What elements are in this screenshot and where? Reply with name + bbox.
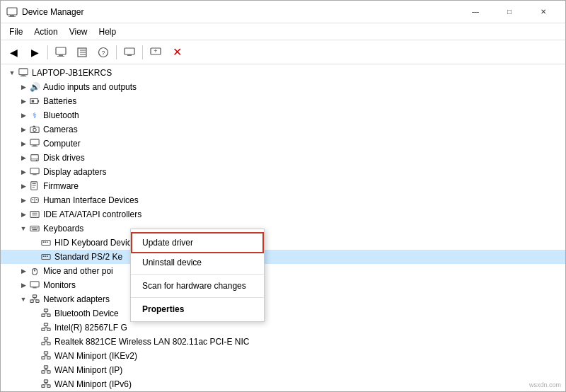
wan-ip-icon	[40, 364, 52, 376]
keyboards-label: Keyboards	[43, 224, 83, 234]
toolbar-add-driver[interactable]: +	[146, 42, 166, 62]
display-icon	[29, 166, 40, 178]
tree-item-mice[interactable]: ▶ Mice and other poi	[1, 264, 565, 278]
ctx-scan-changes[interactable]: Scan for hardware changes	[131, 277, 264, 295]
menu-action[interactable]: Action	[28, 25, 63, 38]
content-area: ▼ LAPTOP-JB1EKRCS ▶ 🔊 Audio inputs and o…	[1, 64, 565, 391]
device-tree[interactable]: ▼ LAPTOP-JB1EKRCS ▶ 🔊 Audio inputs and o…	[1, 64, 565, 391]
svg-rect-82	[42, 342, 45, 345]
tree-item-disk[interactable]: ▶ Disk drives	[1, 151, 565, 165]
svg-rect-2	[8, 16, 16, 17]
tree-item-batteries[interactable]: ▶ Batteries	[1, 94, 565, 108]
tree-item-hid[interactable]: ▶ Human Interface Devices	[1, 193, 565, 207]
expand-display[interactable]: ▶	[18, 166, 29, 178]
tree-item-intel[interactable]: ▶ Intel(R) 82567LF G	[1, 321, 565, 335]
toolbar-list[interactable]	[72, 42, 92, 62]
tree-item-computer[interactable]: ▶ Computer	[1, 137, 565, 151]
tree-item-network[interactable]: ▼ Network adapters	[1, 292, 565, 306]
svg-rect-64	[30, 300, 33, 303]
tree-item-bluetooth[interactable]: ▶ ⚕ Bluetooth	[1, 108, 565, 122]
menu-help[interactable]: Help	[93, 25, 122, 38]
intel-icon	[40, 322, 52, 333]
expand-bluetooth[interactable]: ▶	[18, 110, 29, 121]
expand-ide[interactable]: ▶	[18, 209, 29, 220]
menu-bar: File Action View Help	[1, 23, 565, 40]
tree-item-audio[interactable]: ▶ 🔊 Audio inputs and outputs	[1, 80, 565, 94]
svg-rect-20	[37, 100, 39, 103]
network-icon	[29, 294, 40, 305]
toolbar-help[interactable]: ?	[93, 42, 113, 62]
svg-point-39	[33, 199, 34, 200]
computer-icon2	[29, 138, 40, 149]
tree-item-wan-ikev2[interactable]: ▶ WAN Miniport (IKEv2)	[1, 349, 565, 363]
device-manager-window: Device Manager — □ ✕ File Action View He…	[0, 0, 566, 392]
ctx-update-driver[interactable]: Update driver	[131, 232, 264, 253]
menu-view[interactable]: View	[64, 25, 93, 38]
svg-rect-75	[44, 323, 47, 326]
bluetooth-icon: ⚕	[29, 110, 40, 121]
expand-batteries[interactable]: ▶	[18, 96, 29, 107]
expand-monitors[interactable]: ▶	[18, 279, 29, 291]
app-icon	[6, 6, 18, 18]
expand-audio[interactable]: ▶	[18, 81, 29, 93]
toolbar-forward[interactable]: ▶	[25, 42, 45, 62]
expand-cameras[interactable]: ▶	[18, 124, 29, 135]
svg-rect-13	[127, 54, 132, 56]
tree-item-realtek[interactable]: ▶ Realtek 8821CE Wireless LAN 802.11ac P…	[1, 335, 565, 349]
svg-rect-28	[31, 155, 39, 161]
svg-rect-63	[33, 295, 36, 298]
svg-rect-46	[33, 227, 35, 229]
tree-root[interactable]: ▼ LAPTOP-JB1EKRCS	[1, 66, 565, 80]
toolbar-back[interactable]: ◀	[4, 42, 23, 62]
tree-item-bt-device[interactable]: ▶ Bluetooth Device	[1, 306, 565, 321]
svg-rect-93	[44, 366, 47, 369]
tree-item-keyboards[interactable]: ▼ Keyboards	[1, 221, 565, 236]
minimize-button[interactable]: —	[459, 1, 492, 23]
ctx-sep-1	[131, 274, 264, 275]
svg-rect-22	[30, 127, 39, 133]
watermark: wsxdn.com	[529, 381, 561, 388]
expand-root[interactable]: ▼	[6, 67, 18, 79]
firmware-label: Firmware	[43, 181, 79, 191]
bt-device-icon	[40, 308, 52, 319]
svg-point-60	[34, 270, 35, 271]
bt-device-label: Bluetooth Device	[54, 309, 119, 318]
ctx-uninstall-device[interactable]: Uninstall device	[131, 253, 264, 272]
wan-ipv6-label: WAN Miniport (IPv6)	[54, 379, 132, 389]
toolbar-display[interactable]	[120, 42, 139, 62]
expand-computer[interactable]: ▶	[18, 138, 29, 149]
tree-item-ide[interactable]: ▶ IDE ATA/ATAPI controllers	[1, 207, 565, 221]
tree-item-wan-ip[interactable]: ▶ WAN Miniport (IP)	[1, 363, 565, 377]
tree-item-hid-keyboard[interactable]: ▶ HID Keyboard Device	[1, 236, 565, 250]
expand-disk[interactable]: ▶	[18, 152, 29, 163]
expand-hid[interactable]: ▶	[18, 195, 29, 206]
svg-rect-41	[30, 212, 39, 218]
close-button[interactable]: ✕	[527, 1, 560, 23]
toolbar-computer[interactable]	[51, 42, 71, 62]
toolbar-separator-2	[116, 45, 117, 59]
svg-rect-1	[10, 15, 14, 16]
expand-firmware[interactable]: ▶	[18, 180, 29, 192]
ctx-properties[interactable]: Properties	[131, 300, 264, 318]
svg-rect-12	[125, 48, 134, 54]
toolbar-remove[interactable]: ✕	[167, 42, 187, 62]
menu-file[interactable]: File	[4, 25, 28, 38]
svg-rect-57	[47, 255, 48, 257]
expand-network[interactable]: ▼	[18, 294, 29, 305]
tree-item-wan-ipv6[interactable]: ▶ WAN Miniport (IPv6)	[1, 377, 565, 391]
maximize-button[interactable]: □	[493, 1, 526, 23]
tree-item-monitors[interactable]: ▶ Monitors	[1, 278, 565, 292]
tree-item-cameras[interactable]: ▶ Cameras	[1, 122, 565, 137]
cameras-icon	[29, 124, 40, 135]
tree-item-ps2-keyboard[interactable]: ▶ Standard PS/2 Ke	[1, 250, 565, 264]
svg-rect-32	[33, 174, 36, 175]
svg-rect-83	[47, 342, 50, 345]
tree-item-display[interactable]: ▶ Display adapters	[1, 165, 565, 179]
tree-item-firmware[interactable]: ▶ Firmware	[1, 179, 565, 193]
expand-keyboards[interactable]: ▼	[18, 223, 29, 234]
svg-rect-61	[30, 282, 39, 287]
audio-icon: 🔊	[29, 81, 40, 93]
expand-mice[interactable]: ▶	[18, 265, 29, 277]
svg-rect-56	[45, 255, 46, 257]
svg-rect-18	[21, 76, 27, 76]
